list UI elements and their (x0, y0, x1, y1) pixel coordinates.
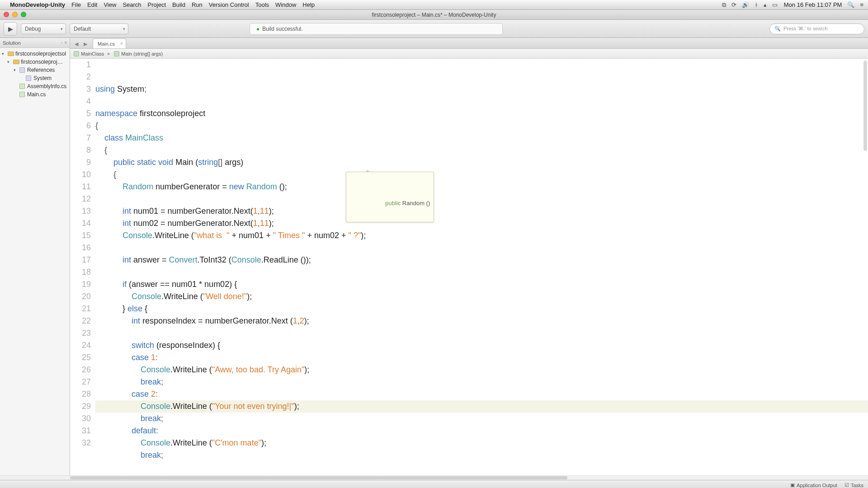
statusbar: ▣ Application Output ☑ Tasks (0, 480, 868, 488)
close-window-button[interactable] (4, 12, 9, 17)
solution-pad: Solution ▫ × ▾ firstconsoleprojectsol ▾ … (0, 38, 70, 475)
breadcrumb-method[interactable]: Main (string[] args) (121, 51, 163, 56)
editor-tabstrip: ◀ ▶ Main.cs × (70, 38, 868, 49)
menu-build[interactable]: Build (172, 1, 185, 8)
assembly-icon (26, 75, 31, 81)
csharp-file-icon (19, 92, 25, 97)
application-output-pad-button[interactable]: ▣ Application Output (790, 482, 837, 488)
search-icon: 🔍 (774, 26, 781, 32)
chevron-right-icon: ▸ (108, 51, 110, 56)
class-icon (74, 51, 79, 56)
zoom-window-button[interactable] (21, 12, 26, 17)
tree-ref-system[interactable]: System (0, 74, 70, 82)
minimize-window-button[interactable] (12, 12, 18, 17)
volume-icon[interactable]: 🔊 (742, 1, 749, 8)
menu-help[interactable]: Help (302, 1, 315, 8)
tree-assemblyinfo[interactable]: AssemblyInfo.cs (0, 82, 70, 90)
menu-tools[interactable]: Tools (255, 1, 269, 8)
battery-icon[interactable]: ▭ (772, 1, 778, 8)
mac-menubar: MonoDevelop-Unity FileEditViewSearchProj… (0, 0, 868, 10)
tree-project[interactable]: ▾ firstconsoleproj… (0, 58, 70, 66)
nav-forward-button[interactable]: ▶ (81, 39, 90, 48)
project-icon (13, 60, 19, 64)
pad-dock-icon[interactable]: ▫ (61, 40, 63, 45)
references-icon (19, 67, 25, 73)
sync-icon[interactable]: ⟳ (731, 1, 736, 8)
editor-vertical-scrollbar[interactable] (863, 61, 867, 352)
menu-project[interactable]: Project (148, 1, 166, 8)
window-title: firstconsoleproject – Main.cs* – MonoDev… (372, 12, 496, 18)
wifi-icon[interactable]: ⧉ (722, 1, 726, 9)
signature-tooltip: public Random () (346, 172, 434, 222)
build-status-display: ● Build successful. (250, 23, 503, 35)
menu-edit[interactable]: Edit (87, 1, 97, 8)
menubar-clock[interactable]: Mon 16 Feb 11:07 PM (784, 1, 842, 8)
tree-main-cs[interactable]: Main.cs (0, 90, 70, 99)
solution-pad-header: Solution ▫ × (0, 38, 70, 48)
signal-icon[interactable]: ▴ (764, 1, 767, 8)
app-name[interactable]: MonoDevelop-Unity (10, 1, 65, 8)
run-button[interactable]: ▶ (4, 22, 17, 36)
line-number-gutter: 1234567891011121314151617181920212223242… (70, 59, 95, 475)
search-placeholder: Press '⌘.' to search (783, 26, 828, 32)
toolbar: ▶ Debug Default ● Build successful. 🔍 Pr… (0, 20, 868, 38)
menu-version-control[interactable]: Version Control (209, 1, 249, 8)
solution-icon (8, 52, 14, 56)
build-status-text: Build successful. (262, 26, 302, 32)
terminal-icon: ▣ (790, 482, 795, 488)
window-controls (4, 12, 26, 17)
solution-tree: ▾ firstconsoleprojectsol ▾ firstconsolep… (0, 48, 70, 100)
method-icon (114, 51, 119, 56)
tasks-pad-button[interactable]: ☑ Tasks (844, 482, 863, 488)
window-titlebar: firstconsoleproject – Main.cs* – MonoDev… (0, 10, 868, 20)
editor-area: ◀ ▶ Main.cs × MainClass ▸ Main (string[]… (70, 38, 868, 475)
tree-references[interactable]: ▾ References (0, 66, 70, 74)
menu-search[interactable]: Search (123, 1, 141, 8)
notifications-icon[interactable]: ≡ (860, 1, 863, 8)
breadcrumb-class[interactable]: MainClass (81, 51, 104, 56)
pad-close-icon[interactable]: × (64, 40, 67, 45)
editor-breadcrumb: MainClass ▸ Main (string[] args) (70, 49, 868, 59)
tasks-icon: ☑ (844, 482, 849, 488)
global-search-input[interactable]: 🔍 Press '⌘.' to search (769, 23, 864, 34)
target-selector[interactable]: Default (70, 23, 128, 34)
menu-view[interactable]: View (104, 1, 116, 8)
tab-close-icon[interactable]: × (120, 41, 123, 46)
spotlight-icon[interactable]: 🔍 (847, 1, 854, 8)
menu-run[interactable]: Run (192, 1, 203, 8)
nav-back-button[interactable]: ◀ (72, 39, 81, 48)
menu-window[interactable]: Window (275, 1, 296, 8)
bluetooth-icon[interactable]: ᚼ (755, 1, 758, 8)
configuration-selector[interactable]: Debug (21, 23, 66, 34)
code-editor[interactable]: 1234567891011121314151617181920212223242… (70, 59, 868, 475)
tree-solution-root[interactable]: ▾ firstconsoleprojectsol (0, 50, 70, 58)
tab-main-cs[interactable]: Main.cs × (93, 38, 126, 48)
horizontal-scrollbar[interactable] (0, 475, 868, 480)
workspace: Solution ▫ × ▾ firstconsoleprojectsol ▾ … (0, 38, 868, 475)
check-icon: ● (256, 26, 259, 32)
csharp-file-icon (19, 84, 25, 89)
solution-pad-title: Solution (3, 40, 21, 46)
menu-file[interactable]: File (71, 1, 81, 8)
code-content[interactable]: using System; namespace firstconsoleproj… (95, 59, 868, 475)
